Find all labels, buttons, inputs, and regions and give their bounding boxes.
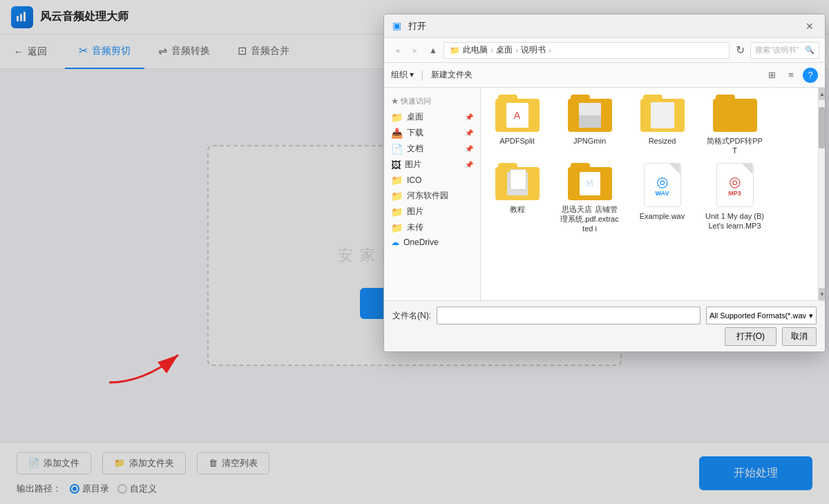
dialog-back-btn[interactable]: ◂	[390, 43, 405, 58]
file-item-jpngmin[interactable]: JPNGmin	[560, 95, 619, 156]
sidebar-weizhuan-label: 未传	[407, 222, 423, 233]
sidebar-item-download[interactable]: 📥 下载 📌	[384, 125, 480, 141]
documents-folder-icon: 📄	[391, 144, 403, 155]
pictures2-folder-icon: 📁	[391, 206, 403, 217]
onedrive-icon: ☁	[391, 238, 399, 247]
file-item-mp3[interactable]: ◎ MP3 Unit 1 My day (B) Let's learn.MP3	[705, 163, 764, 234]
sidebar-pictures2-label: 图片	[407, 206, 423, 217]
sidebar-ico-label: ICO	[407, 175, 421, 185]
path-sep-2: ›	[515, 46, 518, 55]
dialog-address-bar: ◂ ▸ ▲ 📁 此电脑 › 桌面 › 说明书 › ↻ 搜索"说明书" 🔍	[384, 38, 825, 63]
scroll-down-btn[interactable]: ▼	[819, 288, 825, 300]
scroll-thumb[interactable]	[819, 107, 825, 148]
dialog-title-icon: ▣	[392, 20, 401, 31]
dialog-close-button[interactable]: ✕	[803, 19, 817, 33]
weizhuan-folder-icon: 📁	[391, 222, 403, 233]
sidebar-hedong-label: 河东软件园	[407, 190, 448, 202]
wav-label: WAV	[656, 190, 669, 197]
hedong-folder-icon: 📁	[391, 191, 403, 202]
path-part-computer-label: 此电脑	[463, 44, 488, 56]
dialog-search-placeholder: 搜索"说明书"	[755, 45, 799, 55]
pictures-pin-icon: 📌	[465, 161, 473, 168]
jiaocheng-folder-icon	[495, 163, 540, 200]
files-row-2: 教程 📄 思迅天店 店铺管理系统.pdf.extracted i	[488, 163, 811, 234]
path-part-desktop: 桌面	[496, 44, 513, 56]
view-grid-btn[interactable]: ⊞	[764, 68, 779, 83]
dialog-open-button[interactable]: 打开(O)	[725, 327, 776, 346]
dialog-refresh-btn[interactable]: ↻	[732, 43, 747, 58]
dialog-title-text: 打开	[408, 21, 426, 31]
apdfsplit-folder-icon: A	[495, 95, 540, 132]
path-sep-3: ›	[549, 46, 551, 55]
scroll-up-btn[interactable]: ▲	[819, 88, 825, 100]
path-part-computer: 📁	[450, 46, 460, 55]
dialog-sidebar: ★ 快速访问 📁 桌面 📌 📥 下载 📌 📄 文档 📌 🖼	[384, 88, 481, 300]
new-folder-btn[interactable]: 新建文件夹	[431, 69, 473, 81]
view-list-btn[interactable]: ≡	[783, 68, 799, 83]
dialog-bottom-row1: 文件名(N): All Supported Formats(*.wav ▾	[392, 307, 817, 324]
download-folder-icon: 📥	[391, 128, 403, 139]
file-item-resized[interactable]: Resized	[633, 95, 692, 156]
sidebar-pictures-label: 图片	[405, 159, 421, 171]
dialog-bottom-row2: 打开(O) 取消	[392, 327, 817, 346]
dialog-toolbar: 组织 ▾ | 新建文件夹 ⊞ ≡ ?	[384, 63, 825, 88]
search-icon: 🔍	[805, 46, 814, 55]
path-part-folder: 说明书	[521, 44, 546, 56]
file-item-jiaocheng[interactable]: 教程	[488, 163, 546, 234]
jpngmin-label: JPNGmin	[573, 136, 606, 146]
filename-label: 文件名(N):	[392, 310, 431, 322]
pdfppt-label: 简格式PDF转PPT	[705, 136, 764, 156]
organize-btn[interactable]: 组织 ▾	[391, 69, 414, 81]
file-item-sixun[interactable]: 📄 思迅天店 店铺管理系统.pdf.extracted i	[560, 163, 619, 234]
dialog-up-btn[interactable]: ▲	[426, 43, 441, 58]
apdfsplit-label: APDFSplit	[499, 136, 535, 146]
mp3-label: MP3	[728, 190, 741, 197]
sidebar-item-ico[interactable]: 📁 ICO	[384, 173, 480, 188]
filetype-select[interactable]: All Supported Formats(*.wav ▾	[706, 307, 817, 324]
sidebar-download-label: 下载	[407, 127, 423, 139]
dialog-bottom: 文件名(N): All Supported Formats(*.wav ▾ 打开…	[384, 300, 825, 351]
toolbar-right: ⊞ ≡ ?	[764, 68, 818, 83]
help-btn[interactable]: ?	[803, 68, 818, 83]
resized-folder-icon	[640, 95, 685, 132]
dialog-body: ★ 快速访问 📁 桌面 📌 📥 下载 📌 📄 文档 📌 🖼	[384, 88, 825, 300]
sidebar-item-pictures[interactable]: 🖼 图片 📌	[384, 157, 480, 173]
mp3-symbol: ◎	[729, 173, 741, 190]
sidebar-item-onedrive[interactable]: ☁ OneDrive	[384, 235, 480, 249]
jpngmin-folder-icon	[568, 95, 612, 132]
filename-input[interactable]	[437, 307, 701, 324]
toolbar-sep: |	[421, 69, 423, 81]
mp3-file-icon: ◎ MP3	[716, 163, 754, 207]
wav-file-label: Example.wav	[640, 211, 685, 221]
dialog-files: A APDFSplit	[481, 88, 818, 300]
sixun-folder-icon: 📄	[568, 163, 612, 200]
mp3-file-label: Unit 1 My day (B) Let's learn.MP3	[705, 211, 764, 231]
quick-access-label: ★ 快速访问	[384, 93, 480, 109]
file-item-wav[interactable]: ◎ WAV Example.wav	[633, 163, 692, 234]
sidebar-item-pictures2[interactable]: 📁 图片	[384, 204, 480, 220]
dialog-scrollbar[interactable]: ▲ ▼	[818, 88, 825, 300]
sidebar-item-documents[interactable]: 📄 文档 📌	[384, 141, 480, 157]
dialog-title-bar: ▣ 打开 ✕	[384, 14, 825, 38]
sidebar-onedrive-label: OneDrive	[403, 238, 439, 247]
sidebar-documents-label: 文档	[407, 143, 423, 155]
dialog-address-path[interactable]: 📁 此电脑 › 桌面 › 说明书 ›	[444, 42, 730, 59]
dialog-title: ▣ 打开	[392, 20, 803, 32]
desktop-folder-icon: 📁	[391, 112, 403, 123]
dialog-search-box[interactable]: 搜索"说明书" 🔍	[750, 42, 819, 59]
dialog-forward-btn[interactable]: ▸	[408, 43, 423, 58]
sidebar-item-hedong[interactable]: 📁 河东软件园	[384, 188, 480, 204]
file-item-pdfppt[interactable]: 简格式PDF转PPT	[705, 95, 764, 156]
dialog-cancel-button[interactable]: 取消	[782, 327, 817, 346]
sidebar-item-weizhuan[interactable]: 📁 未传	[384, 220, 480, 235]
filetype-arrow-icon: ▾	[809, 311, 813, 320]
desktop-pin-icon: 📌	[465, 113, 473, 121]
jiaocheng-label: 教程	[510, 204, 525, 214]
sidebar-item-desktop[interactable]: 📁 桌面 📌	[384, 109, 480, 125]
wav-file-icon: ◎ WAV	[644, 163, 681, 207]
files-row-1: A APDFSplit	[488, 95, 811, 156]
resized-label: Resized	[649, 136, 676, 146]
path-sep-1: ›	[490, 46, 493, 55]
file-item-apdfsplit[interactable]: A APDFSplit	[488, 95, 546, 156]
documents-pin-icon: 📌	[465, 145, 473, 153]
